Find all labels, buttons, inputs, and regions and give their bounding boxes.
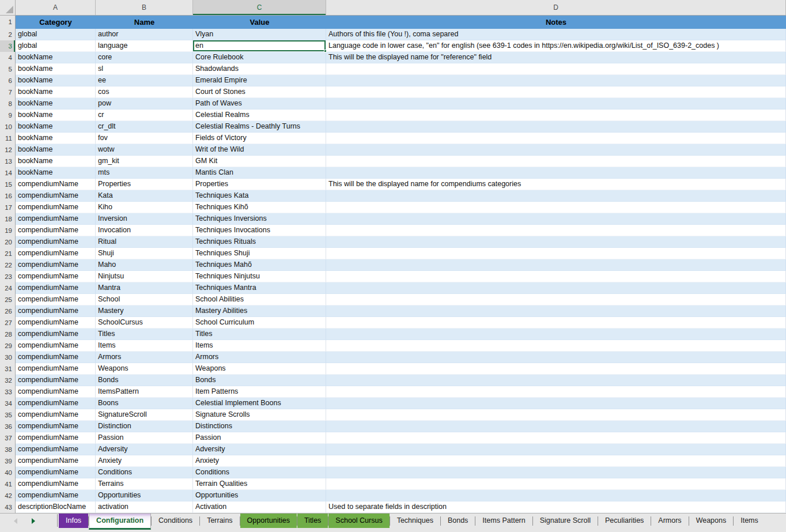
row-number-14[interactable]: 14 (0, 167, 16, 179)
table-cell[interactable]: compendiumName (16, 236, 96, 248)
table-cell[interactable] (326, 167, 786, 179)
table-cell[interactable] (326, 490, 786, 501)
row-number-21[interactable]: 21 (0, 248, 16, 259)
table-cell[interactable] (326, 282, 786, 294)
table-cell[interactable]: Used to separate fields in description (326, 501, 786, 513)
column-header-D[interactable]: D (326, 0, 786, 15)
sheet-tab-conditions[interactable]: Conditions (152, 514, 199, 528)
table-cell[interactable]: Properties (193, 179, 326, 190)
table-cell[interactable]: Items (96, 340, 193, 352)
table-cell[interactable]: compendiumName (16, 190, 96, 202)
table-cell[interactable] (326, 375, 786, 386)
table-cell[interactable]: compendiumName (16, 213, 96, 225)
row-number-43[interactable]: 43 (0, 501, 16, 513)
table-cell[interactable]: Techniques Kata (193, 190, 326, 202)
row-number-5[interactable]: 5 (0, 63, 16, 75)
table-cell[interactable]: compendiumName (16, 363, 96, 375)
row-number-20[interactable]: 20 (0, 236, 16, 248)
table-cell[interactable] (326, 294, 786, 305)
table-cell[interactable]: compendiumName (16, 329, 96, 340)
sheet-tab-signature-scroll[interactable]: Signature Scroll (533, 514, 598, 528)
table-cell[interactable]: bookName (16, 63, 96, 75)
table-cell[interactable] (326, 386, 786, 398)
table-cell[interactable]: SchoolCursus (96, 317, 193, 329)
table-cell[interactable] (326, 133, 786, 144)
table-cell[interactable]: author (96, 29, 193, 40)
table-cell[interactable]: School (96, 294, 193, 305)
column-header-C[interactable]: C (193, 0, 326, 15)
table-cell[interactable]: Emerald Empire (193, 75, 326, 86)
row-number-41[interactable]: 41 (0, 478, 16, 490)
row-number-30[interactable]: 30 (0, 352, 16, 363)
table-cell[interactable]: Titles (193, 329, 326, 340)
table-cell[interactable]: Opportunities (193, 490, 326, 501)
table-cell[interactable]: Passion (193, 432, 326, 444)
table-cell[interactable] (326, 398, 786, 409)
table-cell[interactable]: Weapons (96, 363, 193, 375)
row-number-18[interactable]: 18 (0, 213, 16, 225)
row-number-19[interactable]: 19 (0, 225, 16, 236)
fill-handle[interactable] (324, 50, 327, 52)
table-cell[interactable]: cr (96, 110, 193, 121)
table-cell[interactable]: Authors of this file (You !), coma separ… (326, 29, 786, 40)
sheet-tab-items-pattern[interactable]: Items Pattern (475, 514, 532, 528)
table-cell[interactable] (326, 317, 786, 329)
table-column-header[interactable]: Value (193, 16, 326, 29)
table-cell[interactable]: cr_dlt (96, 121, 193, 133)
table-cell[interactable]: compendiumName (16, 202, 96, 213)
row-number-24[interactable]: 24 (0, 282, 16, 294)
row-number-26[interactable]: 26 (0, 305, 16, 317)
table-cell[interactable]: Passion (96, 432, 193, 444)
table-cell[interactable] (326, 75, 786, 86)
row-number-34[interactable]: 34 (0, 398, 16, 409)
row-number-6[interactable]: 6 (0, 75, 16, 86)
table-cell[interactable]: compendiumName (16, 282, 96, 294)
sheet-tab-weapons[interactable]: Weapons (689, 514, 734, 528)
table-cell[interactable]: Bonds (193, 375, 326, 386)
table-cell[interactable]: compendiumName (16, 490, 96, 501)
table-cell[interactable]: Celestial Realms (193, 110, 326, 121)
table-cell[interactable]: compendiumName (16, 271, 96, 282)
table-cell[interactable]: descriptionBlocName (16, 501, 96, 513)
table-cell[interactable]: ItemsPattern (96, 386, 193, 398)
row-number-13[interactable]: 13 (0, 156, 16, 167)
table-cell[interactable] (326, 467, 786, 478)
sheet-tab-armors[interactable]: Armors (651, 514, 688, 528)
table-cell[interactable]: Opportunities (96, 490, 193, 501)
row-number-29[interactable]: 29 (0, 340, 16, 352)
table-cell[interactable]: SignatureScroll (96, 409, 193, 421)
table-cell[interactable] (326, 478, 786, 490)
row-number-38[interactable]: 38 (0, 444, 16, 455)
table-cell[interactable]: Court of Stones (193, 86, 326, 98)
table-cell[interactable]: Conditions (193, 467, 326, 478)
table-cell[interactable]: Techniques Rituals (193, 236, 326, 248)
table-cell[interactable]: Celestial Realms - Deathly Turns (193, 121, 326, 133)
row-number-3[interactable]: 3 (0, 40, 16, 52)
table-cell[interactable] (326, 432, 786, 444)
table-cell[interactable]: Techniques Kihõ (193, 202, 326, 213)
table-cell[interactable]: mts (96, 167, 193, 179)
table-cell[interactable]: bookName (16, 98, 96, 110)
table-cell[interactable] (326, 110, 786, 121)
table-cell[interactable]: cos (96, 86, 193, 98)
table-cell[interactable]: bookName (16, 110, 96, 121)
table-cell[interactable]: Boons (96, 398, 193, 409)
row-number-35[interactable]: 35 (0, 409, 16, 421)
table-cell[interactable] (326, 144, 786, 156)
table-cell[interactable]: Techniques Ninjutsu (193, 271, 326, 282)
table-cell[interactable]: Adversity (193, 444, 326, 455)
table-cell[interactable]: School Curriculum (193, 317, 326, 329)
table-column-header[interactable]: Name (96, 16, 193, 29)
table-cell[interactable]: global (16, 40, 96, 52)
table-cell[interactable]: compendiumName (16, 444, 96, 455)
table-cell[interactable]: compendiumName (16, 259, 96, 271)
table-cell[interactable]: Mantis Clan (193, 167, 326, 179)
table-cell[interactable]: Writ of the Wild (193, 144, 326, 156)
select-all-button[interactable] (0, 0, 16, 15)
table-cell[interactable]: Conditions (96, 467, 193, 478)
table-cell[interactable]: compendiumName (16, 248, 96, 259)
table-cell[interactable] (326, 271, 786, 282)
table-cell[interactable]: Mastery Abilities (193, 305, 326, 317)
row-number-27[interactable]: 27 (0, 317, 16, 329)
table-cell[interactable]: pow (96, 98, 193, 110)
